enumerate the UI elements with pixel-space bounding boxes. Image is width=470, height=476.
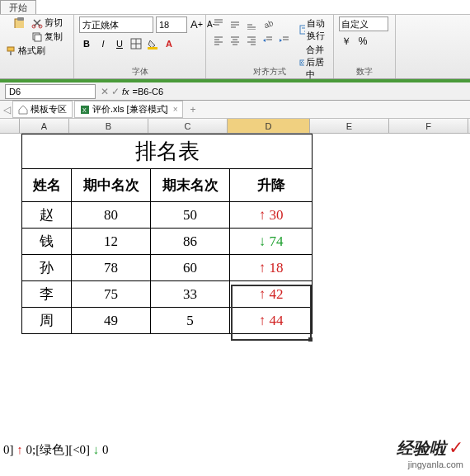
wrap-label: 自动换行 <box>307 17 326 42</box>
ribbon-tab-home[interactable]: 开始 <box>0 0 36 14</box>
align-bottom-icon <box>246 18 257 30</box>
cell-mid[interactable]: 12 <box>72 229 151 255</box>
format-painter-button[interactable]: 格式刷 <box>5 45 68 57</box>
font-size-select[interactable] <box>156 16 187 33</box>
formula-input[interactable] <box>132 86 379 97</box>
align-center-button[interactable] <box>228 33 242 48</box>
fill-color-button[interactable] <box>145 36 160 51</box>
svg-rect-5 <box>35 35 41 41</box>
border-button[interactable] <box>129 36 143 51</box>
font-group-label: 字体 <box>74 66 205 78</box>
cell-final[interactable]: 33 <box>151 281 230 308</box>
col-header-A[interactable]: A <box>20 119 69 133</box>
paste-button[interactable] <box>5 16 31 45</box>
bold-button[interactable]: B <box>79 36 94 51</box>
svg-rect-1 <box>17 17 24 21</box>
cell-delta[interactable]: ↑ 44 <box>230 308 313 334</box>
align-middle-icon <box>229 18 241 30</box>
grow-font-button[interactable]: A+ <box>190 16 204 31</box>
align-top-button[interactable] <box>211 16 226 31</box>
copy-button[interactable]: 复制 <box>31 31 63 43</box>
align-right-button[interactable] <box>244 33 259 48</box>
bucket-icon <box>147 38 158 49</box>
orientation-button[interactable]: ab <box>261 16 275 31</box>
align-left-button[interactable] <box>211 33 226 48</box>
cell-delta[interactable]: ↑ 30 <box>230 202 313 229</box>
align-left-icon <box>213 35 224 46</box>
cell-mid[interactable]: 49 <box>72 308 151 334</box>
col-header-F[interactable]: F <box>389 119 468 133</box>
th-name[interactable]: 姓名 <box>22 169 72 202</box>
font-group: A+ A- B I U A 字体 <box>74 15 206 78</box>
number-group-label: 数字 <box>334 66 395 78</box>
inc-indent-icon <box>279 35 290 46</box>
select-all-corner[interactable] <box>0 119 20 133</box>
number-format-select[interactable] <box>339 16 388 31</box>
cell-delta[interactable]: ↑ 42 <box>230 281 313 308</box>
col-header-E[interactable]: E <box>310 119 389 133</box>
th-delta[interactable]: 升降 <box>230 169 313 202</box>
format-text: 0] ↑ 0;[绿色][<0] ↓ 0 <box>3 442 109 458</box>
font-color-button[interactable]: A <box>162 36 176 51</box>
file-tab[interactable]: X 评价.xls [兼容模式] × <box>74 101 183 118</box>
cell-name[interactable]: 周 <box>22 308 72 334</box>
add-tab-button[interactable]: + <box>185 102 200 117</box>
th-final[interactable]: 期末名次 <box>151 169 230 202</box>
align-middle-button[interactable] <box>228 16 242 31</box>
cut-button[interactable]: 剪切 <box>31 16 63 29</box>
file-tab-close[interactable]: × <box>173 105 178 114</box>
cell-final[interactable]: 50 <box>151 202 230 229</box>
align-bottom-button[interactable] <box>244 16 259 31</box>
italic-button[interactable]: I <box>96 36 110 51</box>
underline-button[interactable]: U <box>112 36 127 51</box>
percent-button[interactable]: % <box>355 34 370 49</box>
cell-delta[interactable]: ↓ 74 <box>230 229 313 255</box>
col-header-D[interactable]: D <box>228 119 310 133</box>
spreadsheet-grid[interactable]: A B C D E F 排名表 姓名 期中名次 期末名次 升降 赵 80 50 … <box>0 119 470 431</box>
cell-mid[interactable]: 80 <box>72 202 151 229</box>
wrap-text-button[interactable]: 自动换行 <box>297 16 328 43</box>
svg-rect-6 <box>7 47 14 51</box>
decrease-indent-button[interactable] <box>261 33 275 48</box>
currency-button[interactable]: ￥ <box>339 34 354 49</box>
copy-label: 复制 <box>45 31 63 43</box>
excel-icon: X <box>80 105 90 115</box>
cancel-formula-icon[interactable]: ✕ <box>101 86 109 97</box>
col-header-B[interactable]: B <box>69 119 148 133</box>
ribbon: 剪切 复制 格式刷 A+ A- B I U A <box>0 15 470 79</box>
cell-final[interactable]: 86 <box>151 229 230 255</box>
cell-name[interactable]: 李 <box>22 281 72 308</box>
fx-label[interactable]: fx <box>122 87 129 97</box>
cell-name[interactable]: 孙 <box>22 255 72 281</box>
col-header-C[interactable]: C <box>148 119 228 133</box>
align-top-icon <box>213 18 224 30</box>
cell-final[interactable]: 5 <box>151 308 230 334</box>
ranking-table: 排名表 姓名 期中名次 期末名次 升降 赵 80 50 ↑ 30 钱 12 86… <box>21 134 313 334</box>
cell-delta[interactable]: ↑ 18 <box>230 255 313 281</box>
cell-mid[interactable]: 75 <box>72 281 151 308</box>
table-row: 孙 78 60 ↑ 18 <box>22 255 313 281</box>
wrap-icon <box>299 24 305 35</box>
file-tab-bar: ◁ 模板专区 X 评价.xls [兼容模式] × + <box>0 101 470 119</box>
cell-name[interactable]: 钱 <box>22 229 72 255</box>
template-tab-label: 模板专区 <box>31 103 67 115</box>
svg-rect-7 <box>10 51 12 55</box>
cell-final[interactable]: 60 <box>151 255 230 281</box>
orientation-icon: ab <box>262 18 274 30</box>
align-right-icon <box>246 35 257 46</box>
table-row: 钱 12 86 ↓ 74 <box>22 229 313 255</box>
increase-indent-button[interactable] <box>277 33 292 48</box>
template-tab[interactable]: 模板专区 <box>12 101 73 118</box>
th-mid[interactable]: 期中名次 <box>72 169 151 202</box>
accept-formula-icon[interactable]: ✓ <box>111 86 120 97</box>
cell-mid[interactable]: 78 <box>72 255 151 281</box>
name-box[interactable] <box>5 84 96 99</box>
table-row: 李 75 33 ↑ 42 <box>22 281 313 308</box>
tab-back-icon[interactable]: ◁ <box>3 104 11 115</box>
currency-icon: ￥ <box>341 35 351 49</box>
cell-name[interactable]: 赵 <box>22 202 72 229</box>
brush-icon <box>5 45 16 57</box>
font-name-select[interactable] <box>79 16 153 33</box>
fill-handle[interactable] <box>308 337 313 342</box>
table-title[interactable]: 排名表 <box>22 134 313 169</box>
